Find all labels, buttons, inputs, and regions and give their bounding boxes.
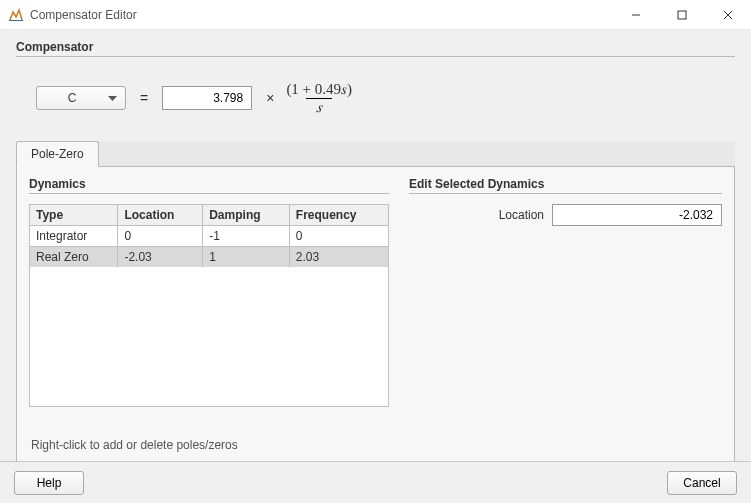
- tabs: Pole-Zero: [16, 141, 735, 167]
- dynamics-label: Dynamics: [29, 177, 389, 193]
- close-button[interactable]: [705, 0, 751, 29]
- footer: Help Cancel: [0, 461, 751, 503]
- help-button[interactable]: Help: [14, 471, 84, 495]
- app-icon: [8, 7, 24, 23]
- compensator-row: C = × (1 + 0.49𝑠) 𝑠: [16, 67, 735, 133]
- svg-rect-0: [9, 20, 23, 21]
- edit-dynamics-label: Edit Selected Dynamics: [409, 177, 722, 193]
- cell: Integrator: [30, 226, 118, 247]
- col-location: Location: [118, 205, 203, 226]
- location-input[interactable]: [552, 204, 722, 226]
- tab-body: Dynamics Type Location Damping Frequency: [16, 167, 735, 463]
- cell: 0: [118, 226, 203, 247]
- svg-rect-2: [678, 11, 686, 19]
- cancel-button[interactable]: Cancel: [667, 471, 737, 495]
- table-row[interactable]: Real Zero -2.03 1 2.03: [30, 247, 389, 268]
- cell: 2.03: [289, 247, 388, 268]
- window-title: Compensator Editor: [30, 8, 613, 22]
- tab-pole-zero[interactable]: Pole-Zero: [16, 141, 99, 167]
- transfer-function: (1 + 0.49𝑠) 𝑠: [282, 81, 356, 115]
- equals-sign: =: [140, 90, 148, 106]
- tf-numerator: (1 + 0.49𝑠): [282, 81, 356, 98]
- col-type: Type: [30, 205, 118, 226]
- divider: [29, 193, 389, 194]
- compensator-select[interactable]: C: [36, 86, 126, 110]
- divider: [409, 193, 722, 194]
- titlebar: Compensator Editor: [0, 0, 751, 30]
- cell: -1: [203, 226, 290, 247]
- minimize-button[interactable]: [613, 0, 659, 29]
- compensator-section-label: Compensator: [16, 40, 735, 56]
- cell: Real Zero: [30, 247, 118, 268]
- maximize-button[interactable]: [659, 0, 705, 29]
- chevron-down-icon: [108, 91, 117, 105]
- divider: [16, 56, 735, 57]
- gain-input[interactable]: [162, 86, 252, 110]
- table-empty-area[interactable]: [29, 267, 389, 407]
- hint-text: Right-click to add or delete poles/zeros: [31, 438, 238, 452]
- col-damping: Damping: [203, 205, 290, 226]
- col-frequency: Frequency: [289, 205, 388, 226]
- table-row[interactable]: Integrator 0 -1 0: [30, 226, 389, 247]
- multiply-sign: ×: [266, 90, 274, 106]
- cell: 0: [289, 226, 388, 247]
- dynamics-table[interactable]: Type Location Damping Frequency Integrat…: [29, 204, 389, 268]
- cell: 1: [203, 247, 290, 268]
- compensator-select-value: C: [68, 91, 77, 105]
- cell: -2.03: [118, 247, 203, 268]
- tf-denominator: 𝑠: [306, 98, 332, 116]
- location-label: Location: [499, 208, 544, 222]
